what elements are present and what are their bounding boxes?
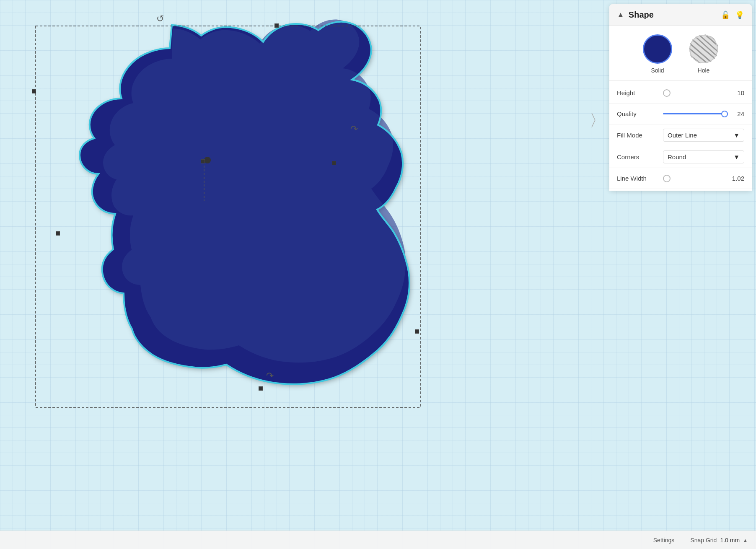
height-slider-icon[interactable]: [663, 89, 671, 97]
snap-grid-dropdown[interactable]: ▲: [743, 538, 748, 543]
height-label: Height: [617, 89, 663, 96]
snap-grid-label: Snap Grid: [690, 537, 717, 544]
center-point: [204, 157, 211, 163]
height-row: Height 10: [609, 83, 752, 104]
panel-header: ▲ Shape 🔓 💡: [609, 4, 752, 26]
hole-label: Hole: [698, 67, 710, 74]
hole-circle: [689, 34, 718, 64]
corners-label: Corners: [617, 153, 663, 161]
line-width-control: [663, 175, 728, 182]
line-width-label: Line Width: [617, 175, 663, 182]
quality-slider[interactable]: [663, 113, 728, 114]
rotate-handle-right[interactable]: ↷: [350, 124, 358, 135]
height-control: [663, 89, 728, 97]
settings-button[interactable]: Settings: [653, 537, 675, 544]
handle-left-lower[interactable]: [56, 231, 60, 236]
lock-icon[interactable]: 🔓: [721, 10, 730, 20]
quality-row: Quality 24: [609, 104, 752, 124]
solid-label: Solid: [651, 67, 664, 74]
line-width-value: 1.02: [728, 175, 744, 182]
corners-dropdown[interactable]: Round ▼: [663, 150, 744, 163]
rotate-handle-top[interactable]: ↺: [156, 13, 164, 24]
handle-left-mid[interactable]: [32, 89, 36, 93]
solid-option[interactable]: Solid: [643, 34, 672, 74]
hole-option[interactable]: Hole: [689, 34, 718, 74]
handle-bottom-right[interactable]: [415, 329, 419, 334]
corners-row: Corners Round ▼: [609, 146, 752, 168]
right-bracket: 〉: [589, 109, 606, 132]
panel-title: Shape: [629, 10, 721, 20]
height-value: 10: [728, 89, 744, 96]
fill-mode-label: Fill Mode: [617, 132, 663, 139]
fill-mode-row: Fill Mode Outer Line ▼: [609, 124, 752, 146]
line-width-row: Line Width 1.02: [609, 168, 752, 189]
collapse-button[interactable]: ▲: [617, 10, 624, 19]
bottom-bar: Settings Snap Grid 1.0 mm ▲: [0, 531, 756, 549]
fill-mode-arrow: ▼: [733, 132, 740, 139]
corners-value: Round: [668, 153, 686, 161]
snap-grid-value: 1.0 mm: [720, 537, 740, 544]
fill-mode-value: Outer Line: [668, 132, 697, 139]
rotate-handle-bottom[interactable]: ↷: [266, 370, 274, 381]
handle-bottom-center[interactable]: [259, 386, 263, 391]
light-icon[interactable]: 💡: [735, 10, 744, 20]
center-handle[interactable]: [201, 159, 205, 163]
corners-arrow: ▼: [733, 153, 740, 161]
line-width-slider-icon[interactable]: [663, 175, 671, 182]
handle-right-mid[interactable]: [332, 161, 336, 165]
properties-panel: Height 10 Quality 24 Fill Mode Outer Lin…: [609, 81, 752, 191]
right-panel: ▲ Shape 🔓 💡 Solid Hole: [609, 4, 752, 191]
quality-thumb: [721, 111, 728, 117]
quality-label: Quality: [617, 110, 663, 117]
fill-mode-dropdown[interactable]: Outer Line ▼: [663, 129, 744, 142]
quality-value: 24: [728, 110, 744, 117]
quality-control: [663, 113, 728, 114]
solid-circle: [643, 34, 672, 64]
handle-top-center[interactable]: [274, 23, 279, 28]
shape-selector: Solid Hole: [609, 26, 752, 81]
panel-icons: 🔓 💡: [721, 10, 744, 20]
